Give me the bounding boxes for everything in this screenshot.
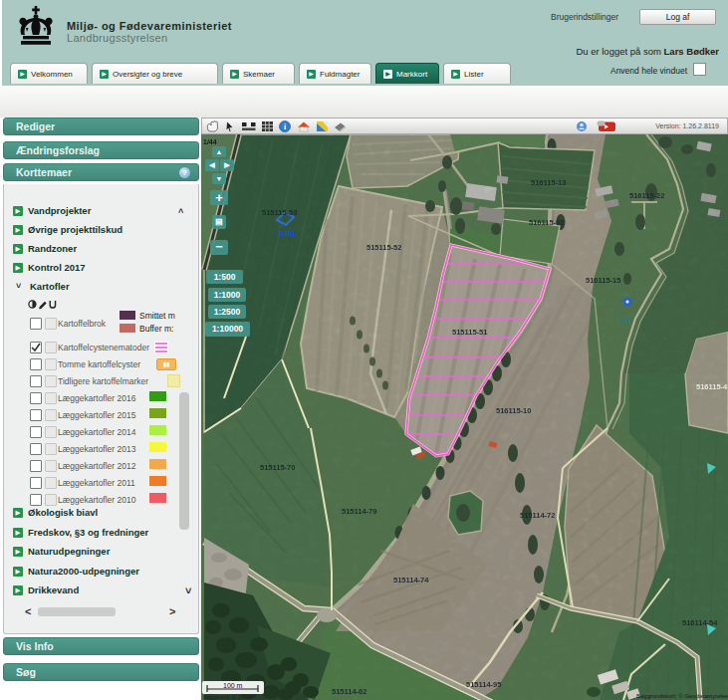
svg-text:516114-54: 516114-54: [682, 618, 718, 627]
svg-text:BJBL: BJBL: [279, 230, 298, 237]
svg-text:Baggrundskort: © Geodatastyrel: Baggrundskort: © Geodatastyrelsen: [636, 693, 728, 699]
svg-text:515114-79: 515114-79: [342, 507, 376, 516]
svg-text:5161: 5161: [618, 318, 632, 324]
svg-text:516115-22: 516115-22: [629, 191, 664, 200]
svg-text:1/44: 1/44: [203, 138, 217, 145]
svg-text:515114-95: 515114-95: [466, 680, 501, 689]
svg-text:516115-10: 516115-10: [496, 406, 531, 415]
svg-text:515114-72: 515114-72: [520, 511, 555, 520]
svg-text:515114-62: 515114-62: [332, 687, 366, 696]
svg-text:516115-13: 516115-13: [531, 178, 566, 187]
svg-text:516115-02: 516115-02: [529, 218, 564, 227]
svg-text:515114-74: 515114-74: [393, 576, 429, 584]
svg-text:516115-15: 516115-15: [586, 276, 620, 285]
svg-text:515115-70: 515115-70: [260, 463, 295, 472]
svg-text:515115-51: 515115-51: [452, 328, 487, 337]
svg-text:100 m: 100 m: [223, 682, 243, 689]
svg-text:Baggrund: 1: 5000: Baggrund: 1: 5000: [203, 694, 253, 700]
svg-text:515115-52: 515115-52: [366, 243, 401, 252]
svg-text:515115-53: 515115-53: [262, 208, 297, 217]
svg-text:516115-4: 516115-4: [696, 382, 728, 391]
